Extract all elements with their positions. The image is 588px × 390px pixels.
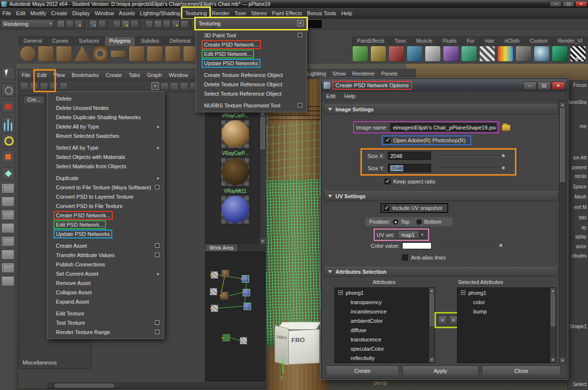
uv-settings-header[interactable]: UV Settings: [324, 191, 558, 201]
dialog-titlebar[interactable]: Create PSD Network Options – ×: [322, 79, 567, 92]
menu-help[interactable]: Help: [339, 8, 355, 18]
save-scene-icon[interactable]: [75, 20, 82, 28]
persp-graph-layout-icon[interactable]: [1, 263, 14, 273]
scroll-down-icon[interactable]: ▼: [550, 357, 556, 363]
poly-torus-icon[interactable]: [92, 46, 108, 62]
attribute-item[interactable]: ambientColor: [335, 316, 429, 325]
keep-aspect-checkbox[interactable]: [384, 179, 390, 184]
two-pane-stacked-layout-icon[interactable]: [1, 210, 14, 220]
graph-materials-button[interactable]: [59, 82, 68, 90]
option-box-icon[interactable]: [298, 33, 302, 37]
hypershade-menu-tabs[interactable]: Tabs: [125, 70, 143, 80]
selected-attributes-list-scrollbar[interactable]: ▲ ▼: [550, 288, 556, 363]
viewport-menu-show[interactable]: Show: [332, 71, 346, 77]
option-box-icon[interactable]: [155, 330, 159, 334]
work-area-tab[interactable]: Work Area: [205, 244, 238, 251]
minimize-button[interactable]: –: [550, 1, 562, 7]
select-hierarchy-icon[interactable]: [113, 20, 121, 28]
hist-shelf-icon[interactable]: Hist: [570, 46, 586, 62]
option-box-icon[interactable]: [155, 185, 159, 189]
hypershade-menu-file[interactable]: File: [18, 70, 34, 80]
toon-outline-icon[interactable]: [370, 46, 386, 62]
menu-item-update-psd-networks[interactable]: Update PSD Networks: [196, 58, 307, 68]
position-option-bottom[interactable]: Bottom: [416, 219, 441, 225]
ramp-map-icon[interactable]: [497, 46, 513, 62]
file-node[interactable]: [210, 288, 217, 295]
shelf-tab-subdivs[interactable]: Subdivs: [136, 36, 164, 46]
size-y-input[interactable]: 2048: [388, 164, 431, 172]
menu-item-duplicate[interactable]: Duplicate▸: [48, 173, 164, 182]
rotate-tool-icon[interactable]: [1, 133, 15, 147]
single-pane-layout-icon[interactable]: [1, 183, 14, 193]
attribute-item[interactable]: bump: [458, 307, 550, 316]
hypershade-menu-window[interactable]: Window: [165, 70, 191, 80]
menu-texturing[interactable]: Texturing: [182, 8, 209, 18]
open-photoshop-checkbox[interactable]: [384, 137, 390, 143]
clear-graph-button[interactable]: [40, 82, 48, 90]
menu-item-delete-unused-nodes[interactable]: Delete Unused Nodes: [48, 103, 164, 112]
menu-lighting-shading[interactable]: Lighting/Shading: [137, 8, 182, 18]
psd-node[interactable]: [222, 270, 229, 277]
make-live-icon[interactable]: [180, 20, 188, 28]
scroll-down-icon[interactable]: ▼: [560, 358, 565, 363]
lasso-select-tool-icon[interactable]: [1, 83, 15, 97]
shelf-tab-muscle[interactable]: Muscle: [411, 36, 437, 46]
poly-soccerball-icon[interactable]: [147, 46, 163, 62]
sort-button[interactable]: [30, 82, 38, 90]
paint-effects-icon[interactable]: [352, 46, 368, 62]
scroll-down-icon[interactable]: ▼: [260, 238, 265, 244]
menu-item-render-texture-range[interactable]: Render Texture Range: [48, 327, 164, 337]
select-object-icon[interactable]: [122, 20, 129, 28]
work-area-pane[interactable]: [205, 252, 265, 382]
scroll-thumb[interactable]: [55, 384, 114, 388]
menu-item-set-current-asset[interactable]: Set Current Asset▸: [48, 269, 164, 278]
show-bottom-tabs-button[interactable]: [170, 82, 179, 90]
menu-item-edit-texture[interactable]: Edit Texture: [48, 309, 164, 318]
shelf-tab-toon[interactable]: Toon: [390, 36, 411, 46]
undo-icon[interactable]: [89, 20, 97, 28]
viewport-menu-panels[interactable]: Panels: [381, 71, 398, 77]
scroll-thumb[interactable]: [430, 294, 434, 326]
select-component-icon[interactable]: [130, 20, 138, 28]
poly-disc-icon[interactable]: [128, 46, 145, 62]
select-tool-icon[interactable]: [1, 67, 15, 80]
menu-item-nurbs-texture-placement-tool[interactable]: NURBS Texture Placement Tool: [196, 101, 307, 110]
attribute-tree-root[interactable]: phong1: [458, 288, 550, 297]
menu-set-selector[interactable]: Rendering ▾: [1, 20, 54, 28]
poly-platonic-icon[interactable]: [165, 46, 181, 62]
menu-item-revert-selected-swatches[interactable]: Revert Selected Swatches: [48, 131, 164, 140]
ncloth-icon[interactable]: [461, 46, 477, 62]
dialog-maximize-button[interactable]: [537, 81, 551, 90]
displacement-icon[interactable]: [552, 46, 568, 62]
attribute-item[interactable]: diffuse: [335, 325, 429, 335]
poly-cone-icon[interactable]: [74, 46, 90, 62]
fluid-icon[interactable]: [407, 46, 423, 62]
poly-sphere-icon[interactable]: [20, 46, 36, 62]
menu-item-create-psd-network[interactable]: Create PSD Network...: [196, 40, 307, 49]
two-pane-side-layout-icon[interactable]: [1, 197, 14, 207]
fur-icon[interactable]: [425, 46, 441, 62]
menu-item-select-materials-from-objects[interactable]: Select Materials from Objects: [48, 161, 164, 171]
scroll-up-icon[interactable]: ▲: [560, 102, 565, 107]
menu-item-delete-duplicate-shading-networks[interactable]: Delete Duplicate Shading Networks: [48, 112, 164, 122]
attributes-selection-header[interactable]: Attributes Selection: [324, 267, 558, 277]
scroll-up-icon[interactable]: ▲: [429, 288, 435, 293]
size-x-input[interactable]: 2048: [388, 152, 431, 160]
uv-set-dropdown[interactable]: map1 ▾: [397, 231, 426, 239]
poly-cube-icon[interactable]: [38, 46, 54, 62]
four-pane-layout-icon[interactable]: [1, 223, 14, 233]
swatch-filter-button[interactable]: [20, 82, 28, 90]
scroll-down-icon[interactable]: ▼: [429, 357, 435, 363]
shelf-tab-surfaces[interactable]: Surfaces: [74, 36, 104, 46]
uv-persp-layout-icon[interactable]: [1, 276, 14, 286]
close-panel-icon[interactable]: ×: [152, 82, 159, 90]
shader-node[interactable]: [242, 275, 249, 283]
tree-collapse-icon[interactable]: [338, 290, 343, 295]
menu-item-select-all-by-type[interactable]: Select All by Type▸: [48, 143, 164, 152]
create-button[interactable]: Create: [326, 365, 399, 376]
maximize-button[interactable]: ▭: [562, 1, 574, 7]
file-node[interactable]: [240, 337, 247, 344]
slider-handle[interactable]: [499, 243, 503, 248]
menu-item-transfer-attribute-values[interactable]: Transfer Attribute Values: [48, 250, 164, 260]
image-name-input[interactable]: eimages\Elijah's Chair_pPlaneShape19.psd: [390, 123, 496, 131]
